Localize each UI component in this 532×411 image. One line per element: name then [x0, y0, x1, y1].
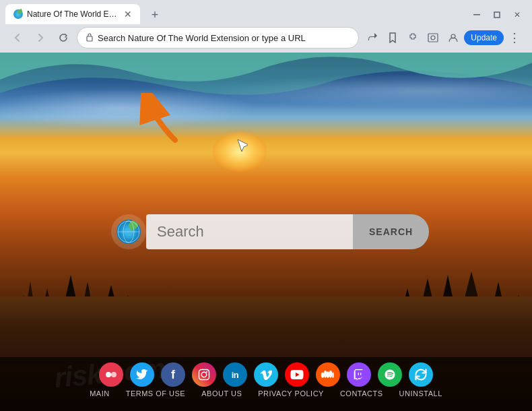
twitch-social-icon[interactable] — [347, 362, 371, 387]
extensions-icon[interactable] — [403, 28, 422, 47]
spotify-social-icon[interactable] — [378, 362, 402, 387]
tab-title: Nature Of The World Extension — [27, 9, 117, 19]
svg-point-26 — [111, 372, 117, 377]
minimize-button[interactable] — [467, 5, 486, 24]
forward-button[interactable] — [31, 28, 50, 47]
soundcloud-social-icon[interactable] — [316, 362, 340, 387]
twitter-social-icon[interactable] — [130, 362, 154, 387]
sun-glow — [213, 131, 267, 172]
nav-link-about[interactable]: ABOUT US — [201, 389, 242, 398]
url-text: Search Nature Of The World Extension or … — [98, 33, 350, 43]
profile-icon[interactable] — [444, 28, 463, 47]
svg-point-4 — [431, 36, 435, 40]
tab-close-button[interactable]: ✕ — [124, 9, 132, 20]
close-button[interactable]: ✕ — [508, 5, 527, 24]
dots-social-icon[interactable] — [99, 362, 123, 387]
refresh-social-icon[interactable] — [409, 362, 433, 387]
svg-point-25 — [106, 372, 111, 377]
svg-rect-1 — [494, 12, 500, 18]
top-wave-decoration — [0, 53, 532, 133]
menu-button[interactable]: ⋮ — [505, 28, 524, 47]
linkedin-social-icon[interactable]: in — [223, 362, 247, 387]
toolbar: Search Nature Of The World Extension or … — [0, 24, 532, 53]
address-bar[interactable]: Search Nature Of The World Extension or … — [77, 27, 359, 49]
browser-tab[interactable]: Nature Of The World Extension ✕ — [5, 4, 140, 24]
browser-chrome: Nature Of The World Extension ✕ + ✕ — [0, 0, 532, 53]
svg-rect-2 — [87, 36, 92, 41]
reload-button[interactable] — [54, 28, 73, 47]
tab-favicon — [13, 9, 23, 19]
svg-rect-27 — [199, 370, 209, 380]
nav-links-row: MAIN TERMS OF USE ABOUT US PRIVACY POLIC… — [90, 389, 442, 398]
extension-logo — [117, 220, 141, 244]
nav-link-main[interactable]: MAIN — [90, 389, 110, 398]
svg-rect-3 — [428, 34, 438, 42]
nav-link-contacts[interactable]: CONTACTS — [340, 389, 383, 398]
bottom-bar: f in — [0, 357, 532, 411]
instagram-social-icon[interactable] — [192, 362, 216, 387]
social-icons-row: f in — [99, 357, 433, 389]
nav-link-terms[interactable]: TERMS OF USE — [126, 389, 186, 398]
svg-point-28 — [201, 372, 207, 377]
youtube-social-icon[interactable] — [285, 362, 309, 387]
lock-icon — [86, 32, 94, 44]
svg-point-33 — [329, 371, 333, 378]
toolbar-right-actions: Update ⋮ — [363, 28, 524, 47]
nav-link-privacy[interactable]: PRIVACY POLICY — [258, 389, 324, 398]
vimeo-social-icon[interactable] — [254, 362, 278, 387]
maximize-button[interactable] — [488, 5, 506, 24]
facebook-social-icon[interactable]: f — [161, 362, 185, 387]
nav-link-uninstall[interactable]: UNINSTALL — [399, 389, 442, 398]
new-tab-button[interactable]: + — [145, 5, 164, 24]
svg-point-29 — [206, 371, 207, 373]
svg-rect-34 — [332, 373, 333, 378]
share-icon[interactable] — [363, 28, 382, 47]
ground — [0, 296, 532, 364]
back-button[interactable] — [8, 28, 27, 47]
browser-window-icon[interactable] — [424, 28, 442, 47]
search-button[interactable]: SEARCH — [353, 214, 429, 249]
window-controls: ✕ — [467, 5, 527, 24]
page-content: SEARCH risk.com f — [0, 53, 532, 411]
search-widget: SEARCH — [111, 214, 421, 249]
bookmark-icon[interactable] — [383, 28, 402, 47]
search-logo — [111, 214, 146, 249]
update-button[interactable]: Update — [464, 30, 504, 45]
search-input-container — [146, 214, 353, 249]
search-input[interactable] — [157, 223, 342, 241]
svg-rect-0 — [473, 14, 480, 15]
